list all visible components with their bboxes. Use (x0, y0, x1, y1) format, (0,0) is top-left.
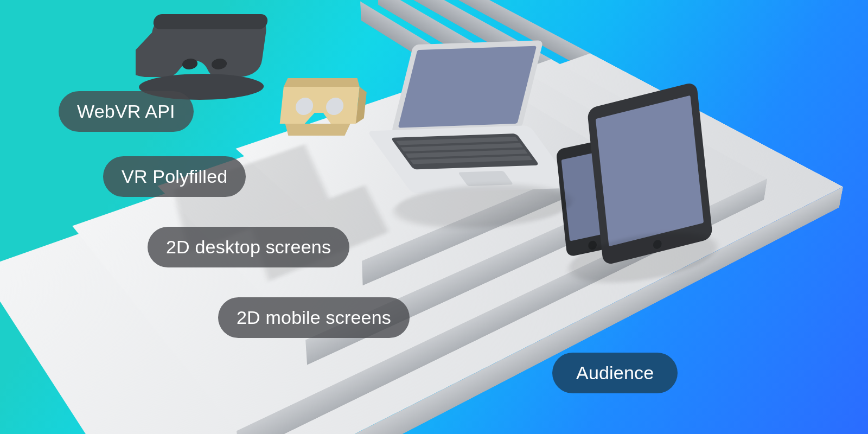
tier-label-2d-desktop: 2D desktop screens (148, 227, 349, 267)
tier-label-webvr-api: WebVR API (59, 91, 194, 132)
cardboard-vr-icon (275, 71, 372, 152)
tier-label-2d-mobile: 2D mobile screens (218, 297, 410, 338)
svg-rect-7 (398, 46, 537, 128)
svg-rect-0 (152, 14, 269, 29)
svg-rect-19 (596, 95, 704, 247)
tier-label-vr-polyfilled: VR Polyfilled (103, 156, 246, 197)
svg-rect-14 (458, 171, 513, 186)
audience-label: Audience (552, 353, 678, 393)
